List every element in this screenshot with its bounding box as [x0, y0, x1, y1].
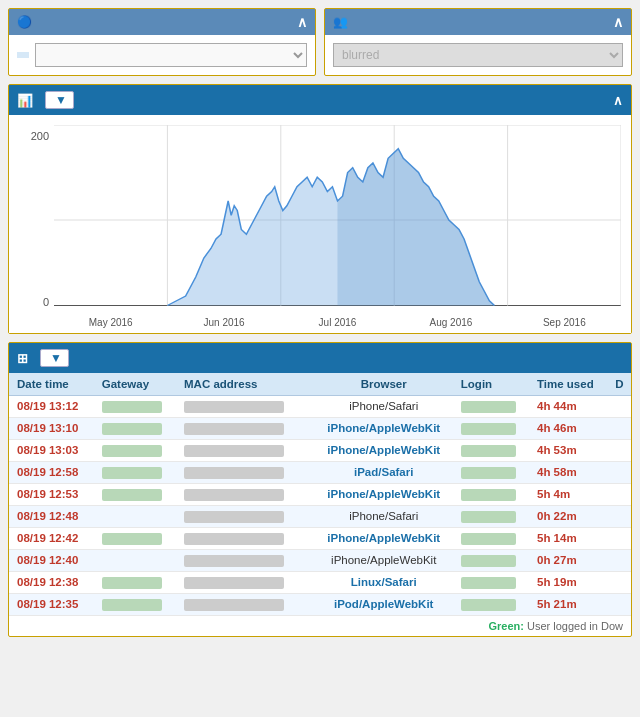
- cell-d: [611, 483, 631, 505]
- cell-gateway: [98, 417, 180, 439]
- cell-timeused: 4h 44m: [533, 396, 611, 418]
- footer-green-label: Green:: [488, 620, 523, 632]
- gateway-icon: 🔵: [17, 15, 32, 29]
- cell-login: [457, 505, 533, 527]
- days-dropdown-icon: ▼: [55, 93, 67, 107]
- select-gateway-label: [17, 52, 29, 58]
- footer-text: User logged in: [527, 620, 598, 632]
- logins-dropdown-icon: ▼: [50, 351, 62, 365]
- group-select[interactable]: blurred: [333, 43, 623, 67]
- cell-mac: [180, 483, 311, 505]
- cell-timeused: 5h 14m: [533, 527, 611, 549]
- gateway-select[interactable]: [35, 43, 307, 67]
- cell-d: [611, 549, 631, 571]
- table-section: ⊞ ▼ Date time Gateway MAC address Browse…: [8, 342, 632, 637]
- cell-d: [611, 417, 631, 439]
- cell-browser: iPhone/Safari: [311, 396, 457, 418]
- logins-badge[interactable]: ▼: [40, 349, 69, 367]
- cell-gateway: [98, 527, 180, 549]
- x-label-jul: Jul 2016: [281, 317, 394, 328]
- table-row: 08/19 13:10 iPhone/AppleWebKit 4h 46m: [9, 417, 631, 439]
- cell-timeused: 5h 21m: [533, 593, 611, 615]
- cell-mac: [180, 549, 311, 571]
- col-d: D: [611, 373, 631, 396]
- chart-svg: [54, 125, 621, 315]
- cell-login: [457, 396, 533, 418]
- cell-login: [457, 593, 533, 615]
- chart-header: 📊 ▼: [9, 85, 631, 115]
- users-icon: 👥: [333, 15, 348, 29]
- cell-browser: iPod/AppleWebKit: [311, 593, 457, 615]
- cell-gateway: [98, 396, 180, 418]
- col-login: Login: [457, 373, 533, 396]
- gateway-logs-body: [9, 35, 315, 75]
- table-row: 08/19 12:48 iPhone/Safari 0h 22m: [9, 505, 631, 527]
- col-datetime: Date time: [9, 373, 98, 396]
- gateway-logs-collapse[interactable]: [297, 14, 307, 30]
- chart-collapse[interactable]: [613, 93, 623, 108]
- chart-section: 📊 ▼ 200 0: [8, 84, 632, 334]
- cell-timeused: 4h 46m: [533, 417, 611, 439]
- col-timeused: Time used: [533, 373, 611, 396]
- cell-datetime: 08/19 12:42: [9, 527, 98, 549]
- cell-gateway: [98, 593, 180, 615]
- cell-gateway: [98, 439, 180, 461]
- cell-timeused: 0h 22m: [533, 505, 611, 527]
- cell-d: [611, 593, 631, 615]
- table-header: ⊞ ▼: [9, 343, 631, 373]
- cell-mac: [180, 417, 311, 439]
- cell-d: [611, 571, 631, 593]
- cell-gateway: [98, 461, 180, 483]
- group-logs-body: blurred: [325, 35, 631, 75]
- cell-datetime: 08/19 12:35: [9, 593, 98, 615]
- cell-timeused: 5h 4m: [533, 483, 611, 505]
- cell-browser: iPhone/Safari: [311, 505, 457, 527]
- group-logs-collapse[interactable]: [613, 14, 623, 30]
- table-row: 08/19 12:40 iPhone/AppleWebKit 0h 27m: [9, 549, 631, 571]
- table-footer: Green: User logged in Dow: [9, 616, 631, 636]
- chart-header-left: 📊 ▼: [17, 91, 74, 109]
- col-browser: Browser: [311, 373, 457, 396]
- cell-datetime: 08/19 13:12: [9, 396, 98, 418]
- cell-mac: [180, 593, 311, 615]
- cell-timeused: 0h 27m: [533, 549, 611, 571]
- gateway-logs-panel: 🔵: [8, 8, 316, 76]
- cell-mac: [180, 505, 311, 527]
- x-label-aug: Aug 2016: [394, 317, 507, 328]
- cell-gateway: [98, 505, 180, 527]
- chart-icon: 📊: [17, 93, 33, 108]
- cell-datetime: 08/19 12:40: [9, 549, 98, 571]
- group-logs-header: 👥: [325, 9, 631, 35]
- cell-login: [457, 417, 533, 439]
- svg-marker-9: [338, 149, 495, 306]
- x-label-sep: Sep 2016: [508, 317, 621, 328]
- y-label-200: 200: [31, 130, 49, 142]
- cell-d: [611, 527, 631, 549]
- gateway-logs-header: 🔵: [9, 9, 315, 35]
- days-badge[interactable]: ▼: [45, 91, 74, 109]
- cell-datetime: 08/19 12:58: [9, 461, 98, 483]
- cell-mac: [180, 571, 311, 593]
- group-logs-panel: 👥 blurred: [324, 8, 632, 76]
- cell-browser: iPhone/AppleWebKit: [311, 549, 457, 571]
- cell-d: [611, 396, 631, 418]
- table-row: 08/19 13:03 iPhone/AppleWebKit 4h 53m: [9, 439, 631, 461]
- cell-browser: iPad/Safari: [311, 461, 457, 483]
- table-row: 08/19 12:35 iPod/AppleWebKit 5h 21m: [9, 593, 631, 615]
- cell-d: [611, 439, 631, 461]
- cell-d: [611, 461, 631, 483]
- gateway-logs-title: 🔵: [17, 15, 36, 29]
- cell-gateway: [98, 483, 180, 505]
- cell-mac: [180, 527, 311, 549]
- cell-browser: iPhone/AppleWebKit: [311, 417, 457, 439]
- cell-mac: [180, 461, 311, 483]
- logins-table: Date time Gateway MAC address Browser Lo…: [9, 373, 631, 616]
- table-row: 08/19 12:42 iPhone/AppleWebKit 5h 14m: [9, 527, 631, 549]
- table-row: 08/19 13:12 iPhone/Safari 4h 44m: [9, 396, 631, 418]
- cell-datetime: 08/19 12:38: [9, 571, 98, 593]
- cell-mac: [180, 396, 311, 418]
- cell-timeused: 4h 58m: [533, 461, 611, 483]
- group-logs-title: 👥: [333, 15, 352, 29]
- cell-gateway: [98, 549, 180, 571]
- cell-browser: Linux/Safari: [311, 571, 457, 593]
